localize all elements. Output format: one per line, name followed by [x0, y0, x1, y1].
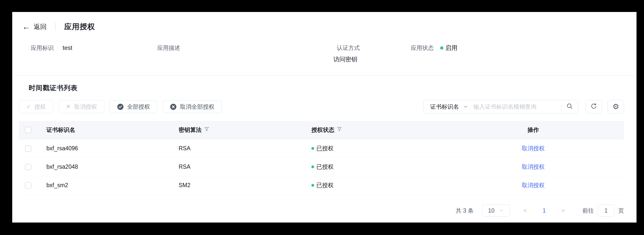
refresh-button[interactable] — [586, 100, 602, 113]
header-divider — [55, 23, 56, 31]
authorize-all-button-label: 全部授权 — [127, 103, 150, 111]
search-area: 证书标识名 ⚙ — [424, 100, 624, 113]
auth-method-label: 认证方式 — [337, 44, 360, 52]
search-group: 证书标识名 — [424, 100, 578, 113]
header-checkbox-cell — [19, 127, 46, 133]
action-button-group: ✓ 授权 ✕ 取消授权 全部授权 取消全部授权 — [19, 100, 222, 113]
app-desc-field: 应用描述 — [157, 44, 337, 63]
status-text: 已授权 — [316, 163, 334, 171]
revoke-link[interactable]: 取消授权 — [522, 145, 545, 152]
search-button[interactable] — [562, 100, 578, 113]
app-status-badge: 启用 — [440, 44, 457, 52]
goto-unit-label: 页 — [618, 207, 624, 215]
app-id-field: 应用标识 test — [31, 44, 157, 63]
algorithm-cell: RSA — [179, 145, 312, 152]
current-page[interactable]: 1 — [540, 207, 548, 214]
row-checkbox-cell — [19, 182, 46, 189]
revoke-all-button[interactable]: 取消全部授权 — [163, 100, 222, 113]
algorithm-cell: SM2 — [179, 182, 312, 189]
row-checkbox-cell — [19, 145, 46, 152]
revoke-all-button-label: 取消全部授权 — [180, 103, 214, 111]
row-checkbox-cell — [19, 164, 46, 170]
revoke-button-label: 取消授权 — [74, 103, 97, 111]
back-arrow-icon: ← — [22, 23, 30, 31]
status-text: 已授权 — [316, 181, 334, 189]
column-header-cert: 证书标识名 — [46, 126, 179, 134]
toolbar: ✓ 授权 ✕ 取消授权 全部授权 取消全部授权 — [19, 100, 624, 113]
back-label: 返回 — [34, 22, 47, 31]
gear-icon: ⚙ — [612, 103, 619, 110]
row-checkbox[interactable] — [25, 164, 32, 170]
search-field-select[interactable]: 证书标识名 — [424, 103, 473, 111]
search-input[interactable] — [473, 103, 561, 110]
app-authorization-panel: ← 返回 应用授权 应用标识 test 应用描述 认证方式 访问密钥 应用状态 … — [12, 12, 636, 223]
auth-method-field: 认证方式 访问密钥 — [337, 44, 411, 63]
cert-name-cell: bxf_rsa2048 — [46, 164, 179, 170]
app-status-field: 应用状态 启用 — [411, 44, 636, 63]
back-button[interactable]: ← 返回 — [22, 22, 47, 31]
row-checkbox[interactable] — [25, 182, 32, 189]
select-all-checkbox[interactable] — [25, 127, 32, 133]
check-icon: ✓ — [26, 104, 31, 110]
search-field-select-value: 证书标识名 — [430, 103, 459, 111]
algorithm-cell: RSA — [179, 164, 312, 170]
chevron-down-icon — [463, 104, 468, 109]
revoke-link[interactable]: 取消授权 — [522, 164, 545, 170]
auth-method-value: 访问密钥 — [333, 55, 357, 63]
table-header-row: 证书标识名 密钥算法 授权状态 操作 — [19, 121, 624, 139]
column-header-status-label: 授权状态 — [312, 126, 334, 134]
filter-icon[interactable] — [204, 127, 209, 133]
status-dot-icon — [312, 184, 314, 187]
revoke-link[interactable]: 取消授权 — [522, 182, 545, 188]
app-status-value: 启用 — [446, 44, 457, 52]
prev-page-button[interactable]: < — [522, 207, 529, 214]
app-status-label: 应用状态 — [411, 44, 434, 52]
status-cell: 已授权 — [312, 181, 442, 189]
status-cell: 已授权 — [312, 163, 442, 171]
revoke-button[interactable]: ✕ 取消授权 — [59, 100, 104, 113]
action-cell: 取消授权 — [442, 181, 624, 189]
app-id-value: test — [63, 44, 72, 52]
table-row: bxf_rsa4096 RSA 已授权 取消授权 — [19, 139, 624, 158]
status-text: 已授权 — [316, 145, 334, 152]
row-checkbox[interactable] — [25, 145, 32, 152]
page-header: ← 返回 应用授权 — [12, 12, 636, 32]
column-settings-button[interactable]: ⚙ — [608, 100, 624, 113]
next-page-button[interactable]: > — [560, 207, 567, 214]
search-icon — [566, 103, 573, 111]
column-header-algorithm-label: 密钥算法 — [179, 126, 202, 134]
check-circle-icon — [117, 103, 124, 110]
refresh-icon — [590, 103, 597, 111]
goto-page-input[interactable] — [598, 205, 614, 217]
status-dot-icon — [312, 166, 314, 168]
certificate-table: 证书标识名 密钥算法 授权状态 操作 bxf_rsa409 — [19, 121, 624, 195]
page-size-select[interactable]: 10 — [482, 205, 510, 217]
action-cell: 取消授权 — [442, 145, 624, 152]
app-info-row: 应用标识 test 应用描述 认证方式 访问密钥 应用状态 启用 — [12, 32, 636, 63]
pagination: 共 3 条 10 < 1 > 前往 页 — [19, 205, 624, 217]
authorize-button[interactable]: ✓ 授权 — [19, 100, 53, 113]
column-header-status: 授权状态 — [312, 126, 442, 134]
authorize-all-button[interactable]: 全部授权 — [110, 100, 157, 113]
filter-icon[interactable] — [337, 127, 342, 133]
table-row: bxf_rsa2048 RSA 已授权 取消授权 — [19, 158, 624, 176]
app-desc-label: 应用描述 — [157, 44, 180, 52]
x-circle-icon — [170, 103, 177, 110]
cert-name-cell: bxf_rsa4096 — [46, 145, 179, 152]
status-cell: 已授权 — [312, 145, 442, 152]
total-count: 共 3 条 — [456, 207, 474, 215]
x-icon: ✕ — [66, 104, 71, 110]
goto-label: 前往 — [582, 207, 594, 215]
authorize-button-label: 授权 — [34, 103, 46, 111]
app-id-label: 应用标识 — [31, 44, 54, 52]
section-title: 时间戳证书列表 — [29, 83, 636, 92]
page-title: 应用授权 — [64, 22, 95, 32]
column-header-cert-label: 证书标识名 — [46, 126, 75, 134]
table-row: bxf_sm2 SM2 已授权 取消授权 — [19, 176, 624, 195]
column-header-algorithm: 密钥算法 — [179, 126, 312, 134]
section-divider — [12, 75, 636, 75]
status-dot-icon — [312, 147, 314, 150]
chevron-down-icon — [499, 208, 504, 213]
action-cell: 取消授权 — [442, 163, 624, 171]
status-dot-icon — [440, 46, 444, 50]
